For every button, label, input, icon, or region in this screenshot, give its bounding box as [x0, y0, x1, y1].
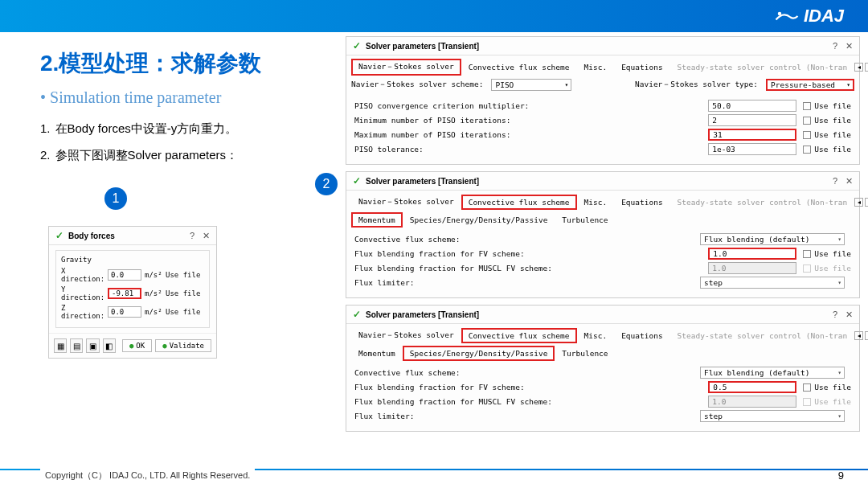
svg-point-0	[778, 12, 782, 16]
subtab-momentum[interactable]: Momentum	[351, 346, 403, 361]
brand-logo: IDAJ	[775, 6, 844, 27]
page-title: 2.模型处理：求解参数	[40, 48, 330, 79]
usefile-cb[interactable]	[803, 146, 811, 154]
tab-left-icon[interactable]: ◂	[854, 331, 863, 340]
subtab-species[interactable]: Species/Energy/Density/Passive	[403, 212, 555, 228]
page-number: 9	[838, 470, 844, 482]
gravity-z-row: Z direction: 0.0 m/s² Use file	[61, 304, 204, 320]
solver-type-select[interactable]: Pressure-based	[766, 79, 854, 91]
close-button[interactable]: ✕	[845, 310, 853, 320]
body-forces-panel: ✓ Body forces ? ✕ Gravity X direction: 0…	[48, 226, 217, 359]
tab-ns-solver[interactable]: Navier－Stokes solver	[351, 59, 461, 76]
tab-right-icon[interactable]: ▸	[865, 63, 868, 72]
tab-steady[interactable]: Steady-state solver control (Non-tran	[670, 328, 855, 343]
usefile-cb[interactable]	[803, 383, 811, 392]
flux-limiter-select[interactable]: step	[700, 410, 845, 422]
subtab-turbulence[interactable]: Turbulence	[555, 346, 615, 361]
tab-convective[interactable]: Convective flux scheme	[461, 195, 577, 210]
subtab-turbulence[interactable]: Turbulence	[555, 212, 615, 228]
bf-title: Body forces	[68, 232, 182, 240]
tab-left-icon[interactable]: ◂	[854, 63, 863, 72]
close-button[interactable]: ✕	[203, 231, 210, 241]
flux-blend-fv-input[interactable]: 1.0	[708, 248, 796, 260]
usefile-cb	[803, 398, 811, 406]
flux-blend-muscl-input: 1.0	[708, 396, 796, 408]
tab-equations[interactable]: Equations	[614, 59, 669, 75]
tab-equations[interactable]: Equations	[614, 328, 669, 343]
tab-misc[interactable]: Misc.	[577, 59, 615, 75]
ok-button[interactable]: ●OK	[122, 339, 152, 352]
solver-panel-3: ✓ Solver parameters [Transient] ? ✕ Navi…	[346, 305, 860, 432]
flux-blend-fv-input[interactable]: 0.5	[708, 381, 796, 393]
toolbar-icon-3[interactable]: ▣	[86, 338, 99, 353]
subtitle: Simulation time parameter	[40, 88, 330, 107]
toolbar-icon-1[interactable]: ▦	[54, 338, 67, 353]
solver-scheme-select[interactable]: PISO	[491, 79, 571, 91]
usefile-cb	[803, 265, 811, 273]
flux-limiter-select[interactable]: step	[700, 277, 845, 289]
subtab-species[interactable]: Species/Energy/Density/Passive	[403, 346, 555, 361]
tab-convective[interactable]: Convective flux scheme	[461, 328, 577, 343]
solver-panel-1: ✓ Solver parameters [Transient] ? ✕ Navi…	[346, 36, 860, 165]
usefile-cb[interactable]	[803, 131, 811, 139]
marker-1: 1	[104, 187, 127, 210]
gravity-x-input[interactable]: 0.0	[108, 269, 141, 281]
toolbar-icon-4[interactable]: ◧	[103, 338, 116, 353]
tab-steady[interactable]: Steady-state solver control (Non-tran	[670, 195, 855, 210]
piso-conv-input[interactable]: 50.0	[708, 100, 796, 112]
usefile-cb[interactable]	[803, 250, 811, 258]
usefile-cb[interactable]	[803, 117, 811, 125]
validate-button[interactable]: ●Validate	[155, 339, 211, 352]
step-1: 1.在Body forces中设置-y方向重力。	[40, 121, 330, 137]
flux-blend-muscl-input: 1.0	[708, 262, 796, 274]
tab-right-icon[interactable]: ▸	[865, 331, 868, 340]
conv-scheme-select[interactable]: Flux blending (default)	[700, 233, 845, 245]
close-button[interactable]: ✕	[845, 41, 853, 51]
solver-panel-2: ✓ Solver parameters [Transient] ? ✕ Navi…	[346, 171, 860, 298]
help-button[interactable]: ?	[833, 176, 837, 186]
step-2: 2.参照下图调整Solver parameters：	[40, 148, 330, 163]
conv-scheme-select[interactable]: Flux blending (default)	[700, 367, 845, 379]
tab-ns-solver[interactable]: Navier－Stokes solver	[351, 194, 461, 211]
piso-tol-input[interactable]: 1e-03	[708, 143, 796, 155]
tab-ns-solver[interactable]: Navier－Stokes solver	[351, 327, 461, 344]
marker-2: 2	[315, 173, 338, 195]
piso-min-input[interactable]: 2	[708, 114, 796, 126]
logo-text: IDAJ	[804, 6, 844, 27]
subtab-momentum[interactable]: Momentum	[351, 212, 403, 228]
top-bar: IDAJ	[0, 0, 868, 32]
tab-misc[interactable]: Misc.	[577, 328, 615, 343]
footer: Copyright（C） IDAJ Co., LTD. All Rights R…	[0, 462, 868, 488]
gravity-y-input[interactable]: -9.81	[108, 288, 141, 299]
gravity-z-input[interactable]: 0.0	[108, 306, 141, 318]
tab-equations[interactable]: Equations	[614, 195, 669, 210]
help-button[interactable]: ?	[833, 41, 837, 51]
gravity-x-row: X direction: 0.0 m/s² Use file	[61, 267, 204, 283]
check-icon: ✓	[353, 175, 361, 187]
tab-right-icon[interactable]: ▸	[865, 198, 868, 207]
check-icon: ✓	[55, 230, 63, 241]
logo-swoosh-icon	[775, 8, 799, 24]
copyright: Copyright（C） IDAJ Co., LTD. All Rights R…	[40, 468, 255, 483]
gravity-label: Gravity	[61, 256, 204, 264]
tab-steady[interactable]: Steady-state solver control (Non-tran	[670, 59, 855, 75]
piso-max-input[interactable]: 31	[708, 129, 796, 141]
check-icon: ✓	[353, 40, 361, 51]
tab-convective[interactable]: Convective flux scheme	[461, 59, 577, 75]
help-button[interactable]: ?	[833, 310, 837, 319]
check-icon: ✓	[353, 309, 361, 320]
gravity-y-row: Y direction: -9.81 m/s² Use file	[61, 285, 204, 301]
toolbar-icon-2[interactable]: ▤	[70, 338, 83, 353]
tab-left-icon[interactable]: ◂	[854, 198, 863, 207]
help-button[interactable]: ?	[190, 231, 194, 240]
usefile-cb[interactable]	[803, 102, 811, 110]
close-button[interactable]: ✕	[845, 176, 853, 187]
tab-misc[interactable]: Misc.	[577, 195, 615, 210]
